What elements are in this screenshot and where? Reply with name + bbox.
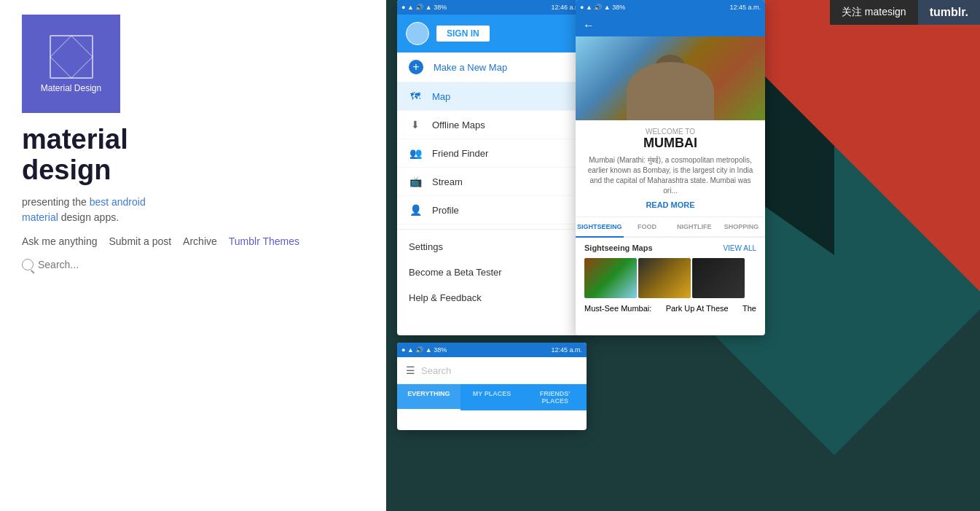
mumbai-building	[627, 62, 714, 120]
menu-item-stream[interactable]: 📺 Stream	[397, 168, 587, 196]
tab-my-places[interactable]: MY PLACES	[460, 384, 524, 410]
status-right-search: 12:45 a.m.	[551, 346, 582, 354]
tab-everything[interactable]: EVERYTHING	[397, 384, 460, 410]
read-more-link[interactable]: READ MORE	[586, 200, 755, 209]
offline-label: Offline Maps	[432, 120, 485, 130]
search-phone: ● ▲ 🔊 ▲ 38% 12:45 a.m. ☰ Search EVERYTHI…	[397, 343, 587, 430]
settings-item[interactable]: Settings	[397, 234, 587, 260]
tab-nightlife[interactable]: NIGHTLIFE	[670, 217, 718, 236]
sight-labels-row: Must-See Mumbai: Park Up At These The	[576, 298, 765, 319]
avatar-icon	[50, 35, 93, 79]
city-name: MUMBAI	[586, 136, 755, 151]
new-map-item[interactable]: + Make a New Map	[397, 52, 587, 82]
offline-icon: ⬇	[409, 118, 422, 131]
desc-link-material[interactable]: material	[22, 211, 58, 223]
menu-item-friend[interactable]: 👥 Friend Finder	[397, 139, 587, 168]
mumbai-image	[576, 36, 765, 120]
stream-label: Stream	[432, 176, 463, 187]
themes-link[interactable]: Tumblr Themes	[229, 235, 299, 247]
menu-item-map[interactable]: 🗺 Map	[397, 82, 587, 111]
back-header: ←	[576, 15, 765, 36]
help-item[interactable]: Help & Feedback	[397, 285, 587, 311]
sidebar: Material Design material design presenti…	[0, 0, 386, 511]
submit-link[interactable]: Submit a post	[109, 235, 172, 247]
plus-icon: +	[409, 60, 423, 74]
user-avatar	[406, 22, 429, 45]
search-bar: ☰ Search	[397, 357, 587, 384]
top-bar: 关注 matesign tumblr.	[830, 0, 980, 25]
status-bar-search: ● ▲ 🔊 ▲ 38% 12:45 a.m.	[397, 343, 587, 357]
archive-link[interactable]: Archive	[183, 235, 217, 247]
tab-friends-places[interactable]: FRIENDS' PLACES	[523, 384, 587, 410]
profile-label: Profile	[432, 205, 459, 216]
sight-label-2: Park Up At These	[666, 304, 729, 313]
bottom-tabs: EVERYTHING MY PLACES FRIENDS' PLACES	[397, 384, 587, 410]
tumblr-button[interactable]: tumblr.	[918, 0, 980, 25]
follow-button[interactable]: 关注 matesign	[830, 0, 918, 25]
beta-item[interactable]: Become a Beta Tester	[397, 260, 587, 285]
menu-divider	[397, 229, 587, 230]
stream-icon: 📺	[409, 175, 422, 188]
menu-item-profile[interactable]: 👤 Profile	[397, 196, 587, 225]
maps-header: SIGN IN	[397, 15, 587, 52]
back-arrow-icon[interactable]: ←	[583, 19, 595, 32]
status-left-mumbai: ● ▲ 🔊 ▲ 38%	[580, 4, 625, 11]
friend-label: Friend Finder	[432, 148, 488, 159]
sight-image-3	[692, 258, 745, 298]
sign-in-button[interactable]: SIGN IN	[436, 26, 490, 42]
profile-icon: 👤	[409, 203, 422, 217]
mumbai-phone: ● ▲ 🔊 ▲ 38% 12:45 a.m. ← WELCOME TO MUMB…	[576, 0, 765, 335]
avatar-label: Material Design	[41, 83, 101, 93]
sight-image-1	[584, 258, 637, 298]
city-description: Mumbai (Marathi: मुंबई), a cosmopolitan …	[586, 155, 755, 196]
sightseeing-images	[576, 258, 765, 298]
sight-image-2	[638, 258, 691, 298]
blog-title: material design	[22, 125, 364, 186]
status-bar-maps: ● ▲ 🔊 ▲ 38% 12:46 a.m.	[397, 0, 587, 15]
new-map-label: Make a New Map	[434, 62, 507, 73]
blog-description: presenting the best android material des…	[22, 195, 364, 225]
profile-avatar: Material Design	[22, 15, 120, 113]
view-all-link[interactable]: VIEW ALL	[723, 244, 756, 252]
desc-link-android[interactable]: android	[111, 196, 146, 208]
status-bar-mumbai: ● ▲ 🔊 ▲ 38% 12:45 a.m.	[576, 0, 765, 15]
map-label: Map	[432, 91, 450, 102]
ask-link[interactable]: Ask me anything	[22, 235, 98, 247]
mumbai-info: WELCOME TO MUMBAI Mumbai (Marathi: मुंबई…	[576, 120, 765, 217]
tab-food[interactable]: FOOD	[624, 217, 671, 236]
welcome-text: WELCOME TO	[586, 128, 755, 136]
hamburger-icon[interactable]: ☰	[406, 364, 415, 376]
sightseeing-header: Sightseeing Maps VIEW ALL	[576, 238, 765, 258]
status-left: ● ▲ 🔊 ▲ 38%	[401, 4, 447, 11]
sight-label-3: The	[742, 304, 756, 313]
friend-icon: 👥	[409, 147, 422, 160]
tab-sightseeing[interactable]: SIGHTSEEING	[576, 217, 624, 238]
status-right-mumbai: 12:45 a.m.	[729, 4, 761, 11]
sightseeing-title: Sightseeing Maps	[584, 243, 653, 252]
maps-menu: + Make a New Map 🗺 Map ⬇ Offline Maps 👥 …	[397, 52, 587, 311]
menu-item-offline[interactable]: ⬇ Offline Maps	[397, 111, 587, 139]
search-container	[22, 259, 364, 270]
mumbai-tabs: SIGHTSEEING FOOD NIGHTLIFE SHOPPING	[576, 217, 765, 238]
search-icon	[22, 259, 34, 270]
search-input[interactable]	[38, 259, 165, 270]
status-left-search: ● ▲ 🔊 ▲ 38%	[401, 346, 447, 354]
maps-phone: ● ▲ 🔊 ▲ 38% 12:46 a.m. SIGN IN + Make a …	[397, 0, 587, 335]
blog-links: Ask me anything Submit a post Archive Tu…	[22, 235, 364, 247]
map-icon: 🗺	[409, 90, 422, 103]
tab-shopping[interactable]: SHOPPING	[718, 217, 765, 236]
desc-link-best[interactable]: best	[90, 196, 109, 208]
search-bar-text: Search	[421, 365, 451, 376]
sight-label-1: Must-See Mumbai:	[584, 304, 651, 313]
main-content: ● ▲ 🔊 ▲ 38% 12:46 a.m. SIGN IN + Make a …	[386, 0, 980, 511]
